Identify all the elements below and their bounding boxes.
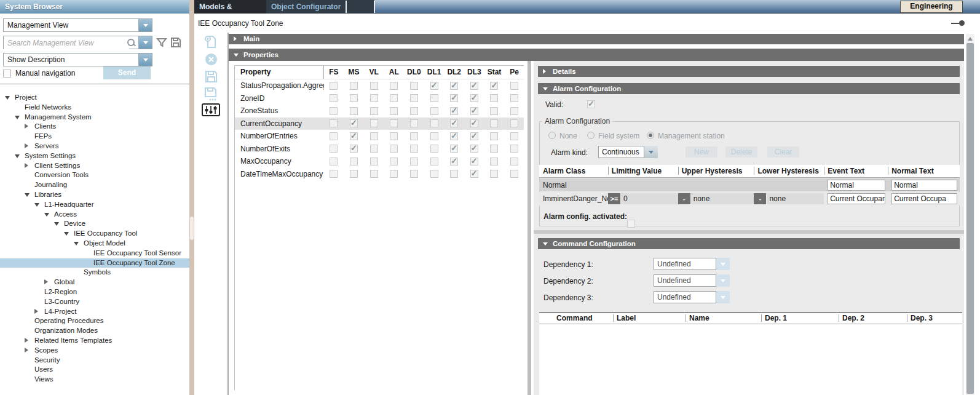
valid-checkbox[interactable] bbox=[587, 100, 595, 108]
inner-splitter[interactable] bbox=[528, 61, 531, 395]
property-checkbox[interactable] bbox=[510, 94, 518, 102]
property-checkbox[interactable] bbox=[330, 132, 338, 140]
search-input[interactable] bbox=[4, 36, 129, 50]
new-document-button[interactable] bbox=[194, 35, 227, 51]
property-checkbox[interactable] bbox=[370, 158, 378, 166]
property-checkbox[interactable] bbox=[510, 82, 518, 90]
property-checkbox[interactable] bbox=[370, 145, 378, 153]
scroll-up-icon[interactable] bbox=[968, 37, 973, 41]
alarm-kind-dropdown-button[interactable] bbox=[644, 146, 658, 158]
property-checkbox[interactable] bbox=[330, 107, 338, 115]
chevron-down-icon[interactable] bbox=[15, 113, 25, 122]
property-row-currentoccupancy[interactable]: CurrentOccupancy bbox=[235, 118, 524, 130]
chevron-right-icon[interactable] bbox=[25, 346, 34, 356]
property-checkbox[interactable] bbox=[330, 158, 338, 166]
search-dropdown-button[interactable] bbox=[138, 36, 152, 49]
chevron-right-icon[interactable] bbox=[34, 307, 44, 317]
delete-button[interactable]: Delete bbox=[725, 146, 757, 158]
property-checkbox[interactable] bbox=[430, 145, 438, 153]
chevron-down-icon[interactable] bbox=[34, 200, 44, 210]
alarm-config-activated-checkbox[interactable] bbox=[627, 220, 635, 228]
tree-item-conversion-tools[interactable]: Conversion Tools bbox=[0, 170, 189, 180]
tab-object-configurator[interactable]: Object Configurator bbox=[266, 0, 346, 14]
property-checkbox[interactable] bbox=[410, 170, 418, 178]
radio-field-system[interactable] bbox=[587, 132, 595, 139]
operator-badge[interactable]: >= bbox=[608, 193, 620, 204]
property-checkbox[interactable] bbox=[350, 82, 358, 90]
property-checkbox[interactable] bbox=[430, 94, 438, 102]
property-checkbox[interactable] bbox=[410, 132, 418, 140]
property-checkbox[interactable] bbox=[470, 132, 478, 140]
section-main[interactable]: Main bbox=[229, 34, 964, 44]
chevron-right-icon[interactable] bbox=[25, 161, 34, 171]
property-checkbox[interactable] bbox=[430, 119, 438, 127]
tree-item-object-model[interactable]: Object Model bbox=[0, 239, 189, 249]
chevron-down-icon[interactable] bbox=[44, 210, 54, 220]
property-checkbox[interactable] bbox=[350, 132, 358, 140]
property-checkbox[interactable] bbox=[430, 170, 438, 178]
property-checkbox[interactable] bbox=[490, 145, 498, 153]
property-checkbox[interactable] bbox=[370, 94, 378, 102]
property-checkbox[interactable] bbox=[470, 158, 478, 166]
upper-value[interactable]: none bbox=[691, 193, 754, 204]
property-checkbox[interactable] bbox=[510, 170, 518, 178]
event-text-input[interactable]: Normal bbox=[828, 180, 885, 191]
property-checkbox[interactable] bbox=[330, 119, 338, 127]
property-checkbox[interactable] bbox=[510, 158, 518, 166]
tree-item-l1-headquarter[interactable]: L1-Headquarter bbox=[0, 200, 189, 210]
property-checkbox[interactable] bbox=[330, 170, 338, 178]
tree-item-security[interactable]: Security bbox=[0, 356, 189, 365]
property-checkbox[interactable] bbox=[350, 119, 358, 127]
property-checkbox[interactable] bbox=[330, 82, 338, 90]
property-checkbox[interactable] bbox=[390, 94, 398, 102]
property-checkbox[interactable] bbox=[450, 107, 458, 115]
property-checkbox[interactable] bbox=[470, 145, 478, 153]
property-checkbox[interactable] bbox=[510, 119, 518, 127]
property-checkbox[interactable] bbox=[370, 107, 378, 115]
property-checkbox[interactable] bbox=[470, 94, 478, 102]
property-checkbox[interactable] bbox=[350, 158, 358, 166]
tree-item-journaling[interactable]: Journaling bbox=[0, 180, 189, 190]
property-checkbox[interactable] bbox=[470, 170, 478, 178]
property-checkbox[interactable] bbox=[450, 158, 458, 166]
property-checkbox[interactable] bbox=[370, 119, 378, 127]
property-checkbox[interactable] bbox=[450, 119, 458, 127]
scrollbar-thumb[interactable] bbox=[966, 43, 974, 394]
property-checkbox[interactable] bbox=[410, 158, 418, 166]
tree-item-global[interactable]: Global bbox=[0, 277, 189, 287]
property-checkbox[interactable] bbox=[450, 145, 458, 153]
chevron-right-icon[interactable] bbox=[44, 277, 54, 287]
chevron-right-icon[interactable] bbox=[25, 122, 34, 132]
filter-settings-button[interactable] bbox=[194, 103, 227, 119]
property-checkbox[interactable] bbox=[410, 107, 418, 115]
property-checkbox[interactable] bbox=[490, 170, 498, 178]
tree-item-symbols[interactable]: Symbols bbox=[0, 268, 189, 277]
dependency-1-dropdown[interactable]: Undefined bbox=[654, 258, 716, 270]
property-checkbox[interactable] bbox=[430, 82, 438, 90]
tree-item-project[interactable]: Project bbox=[0, 93, 189, 103]
property-checkbox[interactable] bbox=[370, 132, 378, 140]
property-checkbox[interactable] bbox=[370, 170, 378, 178]
chevron-down-icon[interactable] bbox=[15, 151, 25, 161]
tree-item-client-settings[interactable]: Client Settings bbox=[0, 161, 189, 171]
tree-item-clients[interactable]: Clients bbox=[0, 122, 189, 132]
property-checkbox[interactable] bbox=[470, 119, 478, 127]
tree-item-views[interactable]: Views bbox=[0, 375, 189, 385]
property-row-statuspropagation-aggregat[interactable]: StatusPropagation.Aggregat bbox=[235, 79, 524, 92]
cancel-button[interactable] bbox=[194, 53, 227, 69]
property-checkbox[interactable] bbox=[470, 82, 478, 90]
dependency-2-dropdown[interactable]: Undefined bbox=[654, 274, 716, 287]
property-row-numberofentries[interactable]: NumberOfEntries bbox=[235, 130, 524, 143]
property-checkbox[interactable] bbox=[410, 119, 418, 127]
property-checkbox[interactable] bbox=[390, 158, 398, 166]
property-checkbox[interactable] bbox=[450, 94, 458, 102]
dependency-3-dropdown[interactable]: Undefined bbox=[654, 291, 716, 303]
property-checkbox[interactable] bbox=[490, 119, 498, 127]
tree-item-l4-project[interactable]: L4-Project bbox=[0, 307, 189, 317]
property-checkbox[interactable] bbox=[490, 132, 498, 140]
tree-item-iee-occupancy-tool-sensor[interactable]: IEE Occupancy Tool Sensor bbox=[0, 249, 189, 258]
tree-item-operating-procedures[interactable]: Operating Procedures bbox=[0, 316, 189, 326]
pin-icon[interactable] bbox=[951, 20, 966, 26]
chevron-right-icon[interactable] bbox=[25, 336, 34, 346]
clear-button[interactable]: Clear bbox=[767, 146, 799, 158]
